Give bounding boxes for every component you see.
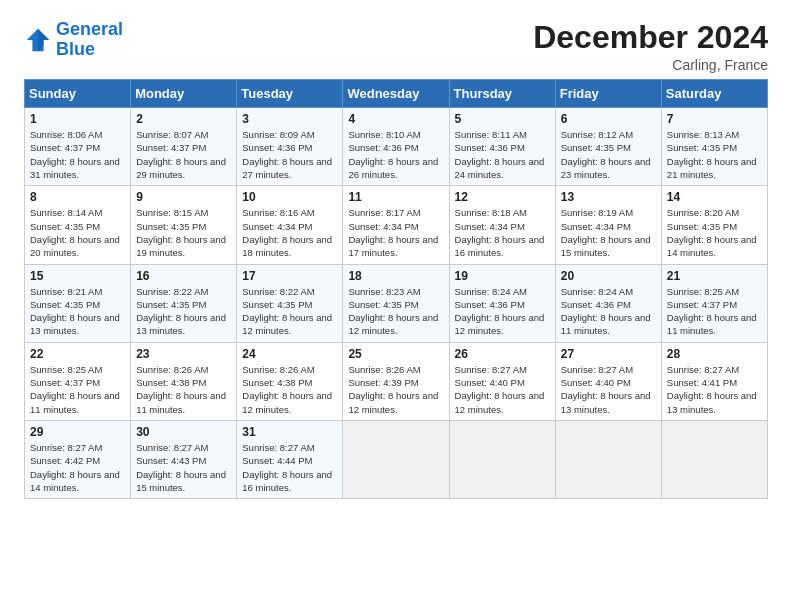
day-info: Sunrise: 8:07 AMSunset: 4:37 PMDaylight:… [136, 128, 231, 181]
day-number: 27 [561, 347, 656, 361]
month-title: December 2024 [533, 20, 768, 55]
day-info: Sunrise: 8:06 AMSunset: 4:37 PMDaylight:… [30, 128, 125, 181]
day-info: Sunrise: 8:25 AMSunset: 4:37 PMDaylight:… [667, 285, 762, 338]
calendar-week-row: 15Sunrise: 8:21 AMSunset: 4:35 PMDayligh… [25, 264, 768, 342]
table-row: 5Sunrise: 8:11 AMSunset: 4:36 PMDaylight… [449, 108, 555, 186]
day-info: Sunrise: 8:27 AMSunset: 4:42 PMDaylight:… [30, 441, 125, 494]
day-info: Sunrise: 8:15 AMSunset: 4:35 PMDaylight:… [136, 206, 231, 259]
logo: General Blue [24, 20, 123, 60]
table-row: 1Sunrise: 8:06 AMSunset: 4:37 PMDaylight… [25, 108, 131, 186]
table-row: 23Sunrise: 8:26 AMSunset: 4:38 PMDayligh… [131, 342, 237, 420]
table-row: 18Sunrise: 8:23 AMSunset: 4:35 PMDayligh… [343, 264, 449, 342]
day-info: Sunrise: 8:26 AMSunset: 4:39 PMDaylight:… [348, 363, 443, 416]
table-row: 4Sunrise: 8:10 AMSunset: 4:36 PMDaylight… [343, 108, 449, 186]
day-info: Sunrise: 8:25 AMSunset: 4:37 PMDaylight:… [30, 363, 125, 416]
day-number: 1 [30, 112, 125, 126]
calendar-week-row: 29Sunrise: 8:27 AMSunset: 4:42 PMDayligh… [25, 420, 768, 498]
day-info: Sunrise: 8:16 AMSunset: 4:34 PMDaylight:… [242, 206, 337, 259]
table-row [343, 420, 449, 498]
table-row: 15Sunrise: 8:21 AMSunset: 4:35 PMDayligh… [25, 264, 131, 342]
table-row [449, 420, 555, 498]
day-info: Sunrise: 8:09 AMSunset: 4:36 PMDaylight:… [242, 128, 337, 181]
day-number: 20 [561, 269, 656, 283]
table-row: 31Sunrise: 8:27 AMSunset: 4:44 PMDayligh… [237, 420, 343, 498]
table-row: 22Sunrise: 8:25 AMSunset: 4:37 PMDayligh… [25, 342, 131, 420]
day-number: 21 [667, 269, 762, 283]
day-number: 26 [455, 347, 550, 361]
day-number: 3 [242, 112, 337, 126]
col-friday: Friday [555, 80, 661, 108]
day-info: Sunrise: 8:21 AMSunset: 4:35 PMDaylight:… [30, 285, 125, 338]
day-info: Sunrise: 8:19 AMSunset: 4:34 PMDaylight:… [561, 206, 656, 259]
table-row: 26Sunrise: 8:27 AMSunset: 4:40 PMDayligh… [449, 342, 555, 420]
day-number: 13 [561, 190, 656, 204]
calendar-table: Sunday Monday Tuesday Wednesday Thursday… [24, 79, 768, 499]
day-number: 22 [30, 347, 125, 361]
table-row: 24Sunrise: 8:26 AMSunset: 4:38 PMDayligh… [237, 342, 343, 420]
day-info: Sunrise: 8:23 AMSunset: 4:35 PMDaylight:… [348, 285, 443, 338]
day-info: Sunrise: 8:10 AMSunset: 4:36 PMDaylight:… [348, 128, 443, 181]
day-info: Sunrise: 8:22 AMSunset: 4:35 PMDaylight:… [136, 285, 231, 338]
table-row: 25Sunrise: 8:26 AMSunset: 4:39 PMDayligh… [343, 342, 449, 420]
day-number: 12 [455, 190, 550, 204]
day-info: Sunrise: 8:24 AMSunset: 4:36 PMDaylight:… [455, 285, 550, 338]
location: Carling, France [533, 57, 768, 73]
table-row: 9Sunrise: 8:15 AMSunset: 4:35 PMDaylight… [131, 186, 237, 264]
col-monday: Monday [131, 80, 237, 108]
table-row: 20Sunrise: 8:24 AMSunset: 4:36 PMDayligh… [555, 264, 661, 342]
day-info: Sunrise: 8:27 AMSunset: 4:41 PMDaylight:… [667, 363, 762, 416]
table-row: 11Sunrise: 8:17 AMSunset: 4:34 PMDayligh… [343, 186, 449, 264]
day-info: Sunrise: 8:24 AMSunset: 4:36 PMDaylight:… [561, 285, 656, 338]
col-saturday: Saturday [661, 80, 767, 108]
day-number: 14 [667, 190, 762, 204]
table-row: 13Sunrise: 8:19 AMSunset: 4:34 PMDayligh… [555, 186, 661, 264]
day-number: 8 [30, 190, 125, 204]
calendar-header-row: Sunday Monday Tuesday Wednesday Thursday… [25, 80, 768, 108]
day-info: Sunrise: 8:27 AMSunset: 4:40 PMDaylight:… [455, 363, 550, 416]
day-number: 7 [667, 112, 762, 126]
day-info: Sunrise: 8:11 AMSunset: 4:36 PMDaylight:… [455, 128, 550, 181]
day-info: Sunrise: 8:12 AMSunset: 4:35 PMDaylight:… [561, 128, 656, 181]
table-row: 30Sunrise: 8:27 AMSunset: 4:43 PMDayligh… [131, 420, 237, 498]
table-row: 27Sunrise: 8:27 AMSunset: 4:40 PMDayligh… [555, 342, 661, 420]
table-row: 7Sunrise: 8:13 AMSunset: 4:35 PMDaylight… [661, 108, 767, 186]
day-number: 15 [30, 269, 125, 283]
day-number: 23 [136, 347, 231, 361]
day-number: 6 [561, 112, 656, 126]
day-number: 24 [242, 347, 337, 361]
logo-text: General Blue [56, 20, 123, 60]
day-info: Sunrise: 8:20 AMSunset: 4:35 PMDaylight:… [667, 206, 762, 259]
day-number: 16 [136, 269, 231, 283]
table-row: 21Sunrise: 8:25 AMSunset: 4:37 PMDayligh… [661, 264, 767, 342]
day-info: Sunrise: 8:26 AMSunset: 4:38 PMDaylight:… [242, 363, 337, 416]
table-row: 12Sunrise: 8:18 AMSunset: 4:34 PMDayligh… [449, 186, 555, 264]
day-info: Sunrise: 8:17 AMSunset: 4:34 PMDaylight:… [348, 206, 443, 259]
table-row: 6Sunrise: 8:12 AMSunset: 4:35 PMDaylight… [555, 108, 661, 186]
day-info: Sunrise: 8:14 AMSunset: 4:35 PMDaylight:… [30, 206, 125, 259]
calendar-week-row: 8Sunrise: 8:14 AMSunset: 4:35 PMDaylight… [25, 186, 768, 264]
calendar-week-row: 1Sunrise: 8:06 AMSunset: 4:37 PMDaylight… [25, 108, 768, 186]
table-row: 19Sunrise: 8:24 AMSunset: 4:36 PMDayligh… [449, 264, 555, 342]
day-number: 28 [667, 347, 762, 361]
day-number: 30 [136, 425, 231, 439]
day-number: 18 [348, 269, 443, 283]
table-row: 28Sunrise: 8:27 AMSunset: 4:41 PMDayligh… [661, 342, 767, 420]
day-number: 31 [242, 425, 337, 439]
page-header: General Blue December 2024 Carling, Fran… [24, 20, 768, 73]
day-number: 10 [242, 190, 337, 204]
col-sunday: Sunday [25, 80, 131, 108]
calendar-week-row: 22Sunrise: 8:25 AMSunset: 4:37 PMDayligh… [25, 342, 768, 420]
day-info: Sunrise: 8:18 AMSunset: 4:34 PMDaylight:… [455, 206, 550, 259]
table-row: 14Sunrise: 8:20 AMSunset: 4:35 PMDayligh… [661, 186, 767, 264]
table-row: 2Sunrise: 8:07 AMSunset: 4:37 PMDaylight… [131, 108, 237, 186]
title-block: December 2024 Carling, France [533, 20, 768, 73]
logo-line1: General [56, 19, 123, 39]
logo-line2: Blue [56, 39, 95, 59]
day-info: Sunrise: 8:13 AMSunset: 4:35 PMDaylight:… [667, 128, 762, 181]
logo-icon [24, 26, 52, 54]
day-info: Sunrise: 8:26 AMSunset: 4:38 PMDaylight:… [136, 363, 231, 416]
day-number: 11 [348, 190, 443, 204]
day-number: 29 [30, 425, 125, 439]
table-row: 16Sunrise: 8:22 AMSunset: 4:35 PMDayligh… [131, 264, 237, 342]
col-wednesday: Wednesday [343, 80, 449, 108]
